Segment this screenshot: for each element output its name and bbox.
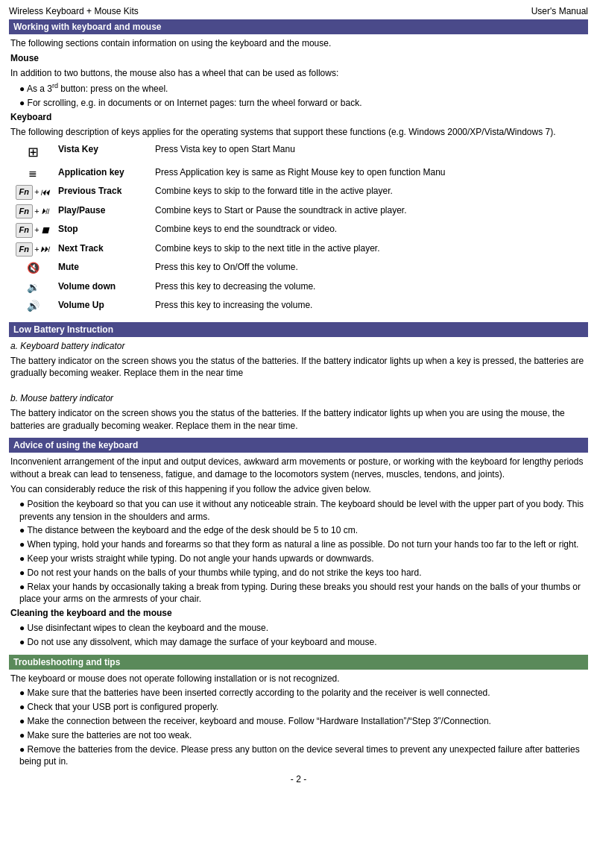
key-name-vista: Vista Key [55,141,152,164]
mouse-bullet-2: For scrolling, e.g. in documents or on I… [10,97,587,110]
mouse-desc: In addition to two buttons, the mouse al… [10,67,587,80]
page-number: - 2 - [291,774,306,784]
table-row: 🔇 Mute Press this key to On/Off the volu… [10,259,587,278]
keyboard-desc: The following description of keys applie… [10,126,587,139]
header-left: Wireless Keyboard + Mouse Kits [9,6,139,16]
key-desc-play: Combine keys to Start or Pause the sound… [152,202,587,221]
section-working-header: Working with keyboard and mouse [9,19,588,34]
key-desc-next: Combine keys to skip to the next title i… [152,240,587,259]
section-advice-header: Advice of using the keyboard [9,438,588,453]
advice-bullet-6: Relax your hands by occasionally taking … [10,581,587,606]
key-table: ⊞ Vista Key Press Vista key to open Star… [10,141,587,316]
battery-text-a: The battery indicator on the screen show… [10,355,587,380]
key-icon-mute: 🔇 [10,259,55,278]
page-header: Wireless Keyboard + Mouse Kits User's Ma… [9,6,588,16]
section-troubleshooting-header: Troubleshooting and tips [9,655,588,670]
key-desc-vista: Press Vista key to open Start Manu [152,141,587,164]
table-row: ≣ Application key Press Application key … [10,164,587,183]
key-desc-mute: Press this key to On/Off the volume. [152,259,587,278]
key-icon-app: ≣ [10,164,55,183]
header-right: User's Manual [531,6,588,16]
mouse-heading: Mouse [10,52,587,65]
key-name-mute: Mute [55,259,152,278]
table-row: Fn + ⏹ Stop Combine keys to end the soun… [10,221,587,239]
key-icon-play: Fn + ⏯ [10,202,55,221]
key-desc-app: Press Application key is same as Right M… [152,164,587,183]
section-battery-content: a. Keyboard battery indicator The batter… [9,340,588,433]
working-intro: The following sections contain informati… [10,37,587,50]
key-icon-stop: Fn + ⏹ [10,221,55,239]
table-row: Fn + ⏭ Next Track Combine keys to skip t… [10,240,587,259]
advice-bullet-2: The distance between the keyboard and th… [10,524,587,537]
table-row: ⊞ Vista Key Press Vista key to open Star… [10,141,587,164]
troubleshooting-bullet-5: Remove the batteries from the device. Pl… [10,743,587,769]
section-troubleshooting-content: The keyboard or mouse does not operate f… [9,673,588,769]
key-name-vol-up: Volume Up [55,297,152,316]
cleaning-heading: Cleaning the keyboard and the mouse [10,607,587,620]
troubleshooting-bullet-1: Make sure that the batteries have been i… [10,687,587,699]
key-desc-vol-down: Press this key to decreasing the volume. [152,278,587,298]
table-row: Fn + ⏮ Previous Track Combine keys to sk… [10,183,587,201]
page-footer: - 2 - [9,774,588,784]
key-name-play: Play/Pause [55,202,152,221]
troubleshooting-bullet-3: Make the connection between the receiver… [10,715,587,728]
key-name-prev: Previous Track [55,183,152,201]
cleaning-bullet-1: Use disinfectant wipes to clean the keyb… [10,622,587,635]
mouse-bullet-1: As a 3rd button: press on the wheel. [10,81,587,95]
section-battery-header: Low Battery Instruction [9,322,588,337]
key-name-next: Next Track [55,240,152,259]
key-desc-prev: Combine keys to skip to the forward titl… [152,183,587,201]
advice-bullet-4: Keep your wrists straight while typing. … [10,553,587,565]
keyboard-heading: Keyboard [10,111,587,124]
advice-intro: Inconvenient arrangement of the input an… [10,456,587,481]
key-desc-stop: Combine keys to end the soundtrack or vi… [152,221,587,239]
advice-bullet-3: When typing, hold your hands and forearm… [10,538,587,551]
section-working-content: The following sections contain informati… [9,37,588,316]
key-icon-vol-up: 🔊 [10,297,55,316]
key-name-stop: Stop [55,221,152,239]
key-icon-next: Fn + ⏭ [10,240,55,259]
key-icon-prev: Fn + ⏮ [10,183,55,201]
battery-heading-b: b. Mouse battery indicator [10,392,587,405]
battery-heading-a: a. Keyboard battery indicator [10,340,587,353]
key-name-vol-down: Volume down [55,278,152,298]
key-name-app: Application key [55,164,152,183]
advice-bullet-1: Position the keyboard so that you can us… [10,498,587,523]
battery-text-b: The battery indicator on the screen show… [10,407,587,433]
table-row: 🔊 Volume Up Press this key to increasing… [10,297,587,316]
cleaning-bullet-2: Do not use any dissolvent, which may dam… [10,636,587,649]
troubleshooting-intro: The keyboard or mouse does not operate f… [10,673,587,685]
table-row: Fn + ⏯ Play/Pause Combine keys to Start … [10,202,587,221]
key-desc-vol-up: Press this key to increasing the volume. [152,297,587,316]
advice-bullet-5: Do not rest your hands on the balls of y… [10,567,587,579]
key-icon-vol-down: 🔉 [10,278,55,298]
table-row: 🔉 Volume down Press this key to decreasi… [10,278,587,298]
key-icon-vista: ⊞ [10,141,55,164]
troubleshooting-bullet-4: Make sure the batteries are not too weak… [10,729,587,742]
section-advice-content: Inconvenient arrangement of the input an… [9,456,588,648]
advice-intro2: You can considerably reduce the risk of … [10,483,587,496]
troubleshooting-bullet-2: Check that your USB port is configured p… [10,701,587,714]
